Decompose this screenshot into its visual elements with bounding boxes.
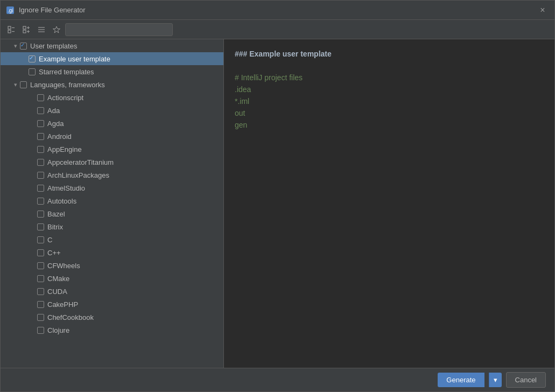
checkbox-user-templates[interactable]: [20, 43, 27, 50]
checkbox-bitrix[interactable]: [37, 223, 44, 230]
tree-item-ada[interactable]: Ada: [1, 104, 223, 117]
checkbox-c[interactable]: [37, 236, 44, 243]
svg-text:.gi: .gi: [8, 8, 13, 13]
tree-label-actionscript: Actionscript: [47, 94, 219, 102]
chevron-icon: [11, 41, 20, 50]
chevron-icon: [11, 80, 20, 89]
tree-label-starred-templates: Starred templates: [39, 68, 219, 76]
tree-item-appengine[interactable]: AppEngine: [1, 143, 223, 156]
tree-label-appceleratortitanium: AppceleratorTitanium: [47, 158, 219, 166]
app-icon: .gi: [6, 6, 15, 15]
tree-item-languages-frameworks[interactable]: Languages, frameworks: [1, 78, 223, 91]
tree-label-cfwheels: CFWheels: [47, 262, 219, 270]
tree-item-atmelstudio[interactable]: AtmelStudio: [1, 181, 223, 194]
tree-item-cpp[interactable]: C++: [1, 246, 223, 259]
generate-button[interactable]: Generate: [438, 373, 484, 387]
tree-item-chefcookbook[interactable]: ChefCookbook: [1, 311, 223, 324]
left-panel: User templates ✓ Example user template S…: [1, 39, 224, 368]
tree-label-archlinuxpackages: ArchLinuxPackages: [47, 171, 219, 179]
collapse-all-button[interactable]: [5, 23, 18, 36]
checkbox-appceleratortitanium[interactable]: [37, 159, 44, 166]
tree-label-chefcookbook: ChefCookbook: [47, 313, 219, 321]
cancel-button[interactable]: Cancel: [506, 372, 546, 388]
preview-gen: gen: [235, 119, 544, 131]
preview-iml: *.iml: [235, 95, 544, 107]
svg-rect-6: [23, 26, 26, 29]
tree-item-android[interactable]: Android: [1, 130, 223, 143]
preview-idea: .idea: [235, 83, 544, 95]
tree-item-example-user-template[interactable]: ✓ Example user template: [1, 52, 223, 65]
svg-marker-15: [53, 26, 60, 33]
preview-heading: ### Example user template: [235, 48, 544, 60]
tree-label-ada: Ada: [47, 107, 219, 115]
tree-label-bitrix: Bitrix: [47, 223, 219, 231]
checkbox-ada[interactable]: [37, 107, 44, 114]
tree-label-android: Android: [47, 132, 219, 141]
bottom-bar: Generate ▾ Cancel: [1, 368, 554, 391]
tree-label-atmelstudio: AtmelStudio: [47, 184, 219, 192]
generate-dropdown-button[interactable]: ▾: [489, 373, 502, 387]
expand-all-button[interactable]: [20, 23, 33, 36]
tree-item-agda[interactable]: Agda: [1, 117, 223, 130]
checkbox-archlinuxpackages[interactable]: [37, 172, 44, 179]
tree-label-autotools: Autotools: [47, 197, 219, 205]
tree-item-c[interactable]: C: [1, 233, 223, 246]
title-bar: .gi Ignore File Generator ×: [1, 1, 554, 20]
checkbox-starred-templates[interactable]: [29, 68, 36, 75]
svg-rect-3: [8, 30, 11, 33]
tree-label-user-templates: User templates: [30, 42, 219, 50]
tree-label-appengine: AppEngine: [47, 145, 219, 153]
tree-label-cuda: CUDA: [47, 288, 219, 296]
preview-out: out: [235, 107, 544, 119]
checkbox-android[interactable]: [37, 133, 44, 140]
tree-label-languages-frameworks: Languages, frameworks: [30, 81, 219, 89]
close-button[interactable]: ×: [536, 4, 549, 17]
tree-item-clojure[interactable]: Clojure: [1, 324, 223, 337]
svg-rect-2: [8, 26, 11, 29]
checkbox-agda[interactable]: [37, 120, 44, 127]
tree-item-bitrix[interactable]: Bitrix: [1, 220, 223, 233]
search-wrapper: [65, 23, 173, 36]
checkbox-atmelstudio[interactable]: [37, 185, 44, 192]
checkbox-cuda[interactable]: [37, 288, 44, 295]
tree-item-cakephp[interactable]: CakePHP: [1, 298, 223, 311]
checkbox-cpp[interactable]: [37, 249, 44, 256]
checkbox-autotools[interactable]: [37, 198, 44, 205]
tree-item-user-templates[interactable]: User templates: [1, 39, 223, 52]
right-panel: ### Example user template # IntelliJ pro…: [224, 39, 554, 368]
toolbar: [1, 20, 554, 39]
title-bar-left: .gi Ignore File Generator: [6, 6, 86, 15]
preview-spacer: [235, 60, 544, 72]
tree-label-bazel: Bazel: [47, 210, 219, 218]
tree-item-archlinuxpackages[interactable]: ArchLinuxPackages: [1, 169, 223, 181]
tree-label-c: C: [47, 236, 219, 244]
tree-label-cpp: C++: [47, 249, 219, 257]
tree-item-bazel[interactable]: Bazel: [1, 207, 223, 220]
tree-item-cuda[interactable]: CUDA: [1, 285, 223, 298]
tree-item-cfwheels[interactable]: CFWheels: [1, 259, 223, 272]
checkbox-actionscript[interactable]: [37, 94, 44, 101]
checkbox-cakephp[interactable]: [37, 301, 44, 308]
tree-label-cakephp: CakePHP: [47, 300, 219, 309]
star-button[interactable]: [50, 23, 63, 36]
checkbox-bazel[interactable]: [37, 211, 44, 218]
checkbox-cmake[interactable]: [37, 275, 44, 282]
tree-label-agda: Agda: [47, 120, 219, 128]
checkbox-chefcookbook[interactable]: [37, 314, 44, 321]
checkbox-cfwheels[interactable]: [37, 262, 44, 269]
tree-item-autotools[interactable]: Autotools: [1, 194, 223, 207]
main-content: User templates ✓ Example user template S…: [1, 39, 554, 368]
tree-item-actionscript[interactable]: Actionscript: [1, 91, 223, 104]
checkbox-clojure[interactable]: [37, 327, 44, 334]
checkbox-languages-frameworks[interactable]: [20, 81, 27, 88]
checkbox-example-user-template[interactable]: ✓: [29, 55, 36, 62]
tree-item-cmake[interactable]: CMake: [1, 272, 223, 285]
tree-label-example-user-template: Example user template: [39, 55, 219, 63]
tree-label-cmake: CMake: [47, 275, 219, 283]
checkbox-appengine[interactable]: [37, 146, 44, 153]
svg-rect-7: [23, 30, 26, 33]
search-input[interactable]: [65, 23, 173, 36]
list-view-button[interactable]: [35, 23, 48, 36]
tree-item-starred-templates[interactable]: Starred templates: [1, 65, 223, 78]
tree-item-appceleratortitanium[interactable]: AppceleratorTitanium: [1, 156, 223, 169]
